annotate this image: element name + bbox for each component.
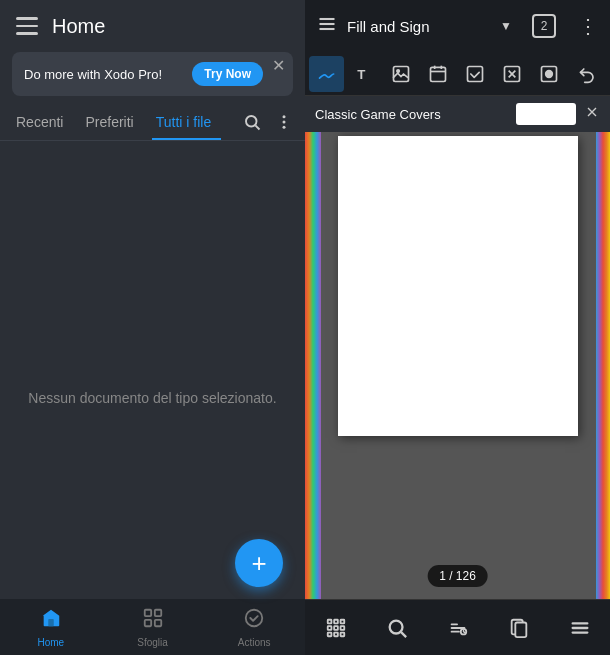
checkbox-tool-icon[interactable] [458, 56, 493, 92]
svg-point-16 [397, 69, 400, 72]
empty-message: Nessun documento del tipo selezionato. [28, 390, 276, 406]
signature-tool-icon[interactable] [309, 56, 344, 92]
more-options-icon[interactable] [275, 113, 293, 131]
fill-sign-title: Fill and Sign [347, 18, 494, 35]
svg-line-37 [401, 632, 406, 637]
tabs-actions [243, 113, 293, 131]
chevron-down-icon: ▼ [500, 19, 512, 33]
actions-nav-icon [243, 607, 265, 635]
tabs-row: Recenti Preferiti Tutti i file [0, 104, 305, 141]
pdf-right-stripe [596, 132, 610, 599]
nav-home[interactable]: Home [0, 607, 102, 648]
svg-point-3 [283, 121, 286, 124]
sfoglia-nav-icon [142, 607, 164, 635]
grid-view-icon[interactable] [316, 608, 356, 648]
list-view-icon[interactable] [560, 608, 600, 648]
right-menu-icon[interactable] [313, 10, 341, 43]
svg-rect-40 [515, 622, 526, 637]
promo-close-icon[interactable]: ✕ [272, 58, 285, 74]
badge-2[interactable]: 2 [532, 14, 556, 38]
tab-recenti[interactable]: Recenti [12, 104, 73, 140]
svg-rect-33 [327, 632, 331, 636]
svg-text:T: T [357, 67, 365, 82]
right-bottom-toolbar [305, 599, 610, 655]
svg-point-10 [246, 609, 263, 626]
svg-point-2 [283, 115, 286, 118]
nav-home-label: Home [37, 637, 64, 648]
more-options-right-icon[interactable]: ⋮ [574, 10, 602, 42]
promo-banner: Do more with Xodo Pro! Try Now ✕ [12, 52, 293, 96]
nav-actions-label: Actions [238, 637, 271, 648]
svg-rect-32 [340, 626, 344, 630]
undo-icon[interactable] [571, 56, 606, 92]
fab-add-button[interactable]: + [235, 539, 283, 587]
nav-sfoglia-label: Sfoglia [137, 637, 168, 648]
pdf-page [338, 136, 578, 436]
svg-point-26 [546, 70, 553, 77]
doc-titlebar: Classic Game Covers [305, 96, 610, 132]
svg-rect-6 [144, 609, 150, 615]
search-right-icon[interactable] [377, 608, 417, 648]
svg-rect-29 [340, 619, 344, 623]
svg-rect-27 [327, 619, 331, 623]
text-tool-icon[interactable]: T [346, 56, 381, 92]
pages-icon[interactable] [499, 608, 539, 648]
search-icon[interactable] [243, 113, 261, 131]
bottom-nav: Home Sfoglia Actions [0, 599, 305, 655]
annotation-icon[interactable] [438, 608, 478, 648]
pdf-area: 1 / 126 [305, 132, 610, 599]
svg-rect-35 [340, 632, 344, 636]
nav-actions[interactable]: Actions [203, 607, 305, 648]
svg-rect-21 [468, 66, 483, 81]
svg-rect-8 [154, 609, 160, 615]
dot-tool-icon[interactable] [532, 56, 567, 92]
image-tool-icon[interactable] [383, 56, 418, 92]
left-panel: Home Do more with Xodo Pro! Try Now ✕ Re… [0, 0, 305, 655]
date-tool-icon[interactable] [420, 56, 455, 92]
svg-rect-9 [154, 619, 160, 625]
tab-tutti-i-file[interactable]: Tutti i file [152, 104, 222, 140]
page-indicator: 1 / 126 [427, 565, 488, 587]
home-nav-icon [40, 607, 62, 635]
tab-preferiti[interactable]: Preferiti [81, 104, 143, 140]
promo-text: Do more with Xodo Pro! [24, 67, 192, 82]
svg-rect-7 [144, 619, 150, 625]
svg-line-1 [255, 125, 259, 129]
right-header: Fill and Sign ▼ 2 ⋮ [305, 0, 610, 52]
svg-point-0 [246, 116, 257, 127]
doc-close-icon[interactable] [584, 104, 600, 124]
svg-point-36 [389, 620, 402, 633]
home-title: Home [52, 15, 105, 38]
doc-search-input[interactable] [516, 103, 576, 125]
doc-title: Classic Game Covers [315, 107, 508, 122]
right-toolbar: T [305, 52, 610, 96]
menu-icon[interactable] [16, 15, 38, 37]
svg-rect-5 [48, 618, 54, 625]
pdf-stripe [305, 132, 321, 599]
svg-rect-34 [334, 632, 338, 636]
svg-rect-31 [334, 626, 338, 630]
nav-sfoglia[interactable]: Sfoglia [102, 607, 204, 648]
right-panel: Fill and Sign ▼ 2 ⋮ T [305, 0, 610, 655]
try-now-button[interactable]: Try Now [192, 62, 263, 86]
svg-point-4 [283, 126, 286, 129]
cross-tool-icon[interactable] [495, 56, 530, 92]
svg-rect-17 [430, 67, 445, 81]
left-header: Home [0, 0, 305, 52]
svg-rect-30 [327, 626, 331, 630]
svg-rect-28 [334, 619, 338, 623]
